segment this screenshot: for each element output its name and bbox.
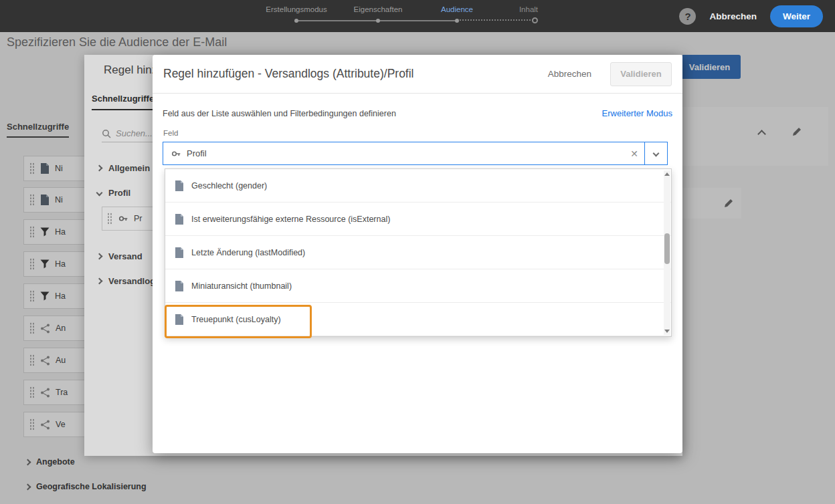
modal-validate-button[interactable]: Validieren xyxy=(610,62,672,86)
option-cusloyalty[interactable]: Treuepunkt (cusLoyalty) xyxy=(165,303,671,336)
add-rule-modal: Regel hinzufügen - Versandlogs (Attribut… xyxy=(153,55,682,453)
field-combobox[interactable]: ✕ xyxy=(163,142,668,165)
option-thumbnail[interactable]: Miniaturansicht (thumbnail) xyxy=(165,269,671,303)
option-label: Geschlecht (gender) xyxy=(191,181,267,191)
modal-header: Regel hinzufügen - Versandlogs (Attribut… xyxy=(153,55,682,94)
option-label: Letzte Änderung (lastModified) xyxy=(191,248,305,257)
document-icon xyxy=(175,214,184,225)
step-audience[interactable]: Audience xyxy=(441,5,473,13)
step-erstellungsmodus[interactable]: Erstellungsmodus xyxy=(266,5,327,13)
document-icon xyxy=(175,281,184,291)
option-label: Miniaturansicht (thumbnail) xyxy=(191,281,292,291)
topbar: Erstellungsmodus Eigenschaften Audience … xyxy=(0,0,835,32)
scrollbar-thumb[interactable] xyxy=(664,233,670,264)
document-icon xyxy=(175,314,184,325)
wizard-node-icon xyxy=(455,19,459,23)
wizard-node-open-icon xyxy=(532,17,538,23)
chevron-down-icon xyxy=(653,150,660,157)
scroll-up-icon[interactable] xyxy=(664,172,670,176)
option-isexternal[interactable]: Ist erweiterungsfähige externe Ressource… xyxy=(165,203,671,236)
screen: Erstellungsmodus Eigenschaften Audience … xyxy=(0,0,835,504)
instruction-text: Feld aus der Liste auswählen und Filterb… xyxy=(163,109,396,118)
option-geschlecht[interactable]: Geschlecht (gender) xyxy=(165,169,671,203)
wizard-steps: Erstellungsmodus Eigenschaften Audience … xyxy=(258,0,572,32)
field-input[interactable] xyxy=(187,148,624,158)
option-lastmodified[interactable]: Letzte Änderung (lastModified) xyxy=(165,236,671,269)
wizard-node-icon xyxy=(376,19,380,23)
scroll-down-icon[interactable] xyxy=(664,330,670,333)
scrollbar[interactable] xyxy=(664,170,670,335)
clear-icon[interactable]: ✕ xyxy=(624,148,644,159)
document-icon xyxy=(175,180,184,191)
document-icon xyxy=(175,247,184,258)
wizard-cancel-button[interactable]: Abbrechen xyxy=(709,11,757,21)
wizard-node-icon xyxy=(294,19,298,23)
modal-cancel-button[interactable]: Abbrechen xyxy=(548,69,591,79)
next-button[interactable]: Weiter xyxy=(770,5,823,27)
dropdown-toggle-button[interactable] xyxy=(644,142,667,164)
help-button[interactable]: ? xyxy=(679,8,696,25)
option-label: Ist erweiterungsfähige externe Ressource… xyxy=(191,215,390,224)
step-eigenschaften[interactable]: Eigenschaften xyxy=(354,5,403,13)
topbar-actions: ? Abbrechen Weiter xyxy=(679,0,835,32)
step-inhalt[interactable]: Inhalt xyxy=(519,5,538,13)
option-label: Treuepunkt (cusLoyalty) xyxy=(191,315,281,324)
field-label: Feld xyxy=(163,129,178,137)
wizard-progress-line-upcoming xyxy=(457,19,533,21)
instruction-row: Feld aus der Liste auswählen und Filterb… xyxy=(163,108,672,118)
modal-title: Regel hinzufügen - Versandlogs (Attribut… xyxy=(163,67,548,81)
key-icon xyxy=(171,148,181,159)
advanced-mode-link[interactable]: Erweiterter Modus xyxy=(602,108,672,118)
field-options-list: Geschlecht (gender) Ist erweiterungsfähi… xyxy=(165,168,672,337)
